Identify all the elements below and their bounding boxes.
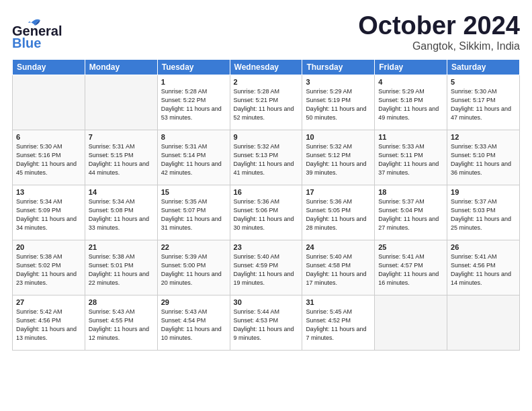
sunrise-label: Sunrise: 5:32 AM (306, 143, 352, 150)
calendar-cell: 9 Sunrise: 5:32 AM Sunset: 5:13 PM Dayli… (230, 130, 302, 185)
sunset-label: Sunset: 4:59 PM (234, 262, 279, 269)
daylight-label: Daylight: 11 hours and 10 minutes. (161, 326, 222, 341)
calendar-cell: 16 Sunrise: 5:36 AM Sunset: 5:06 PM Dayl… (230, 185, 302, 240)
sunrise-label: Sunrise: 5:36 AM (306, 198, 352, 205)
sunrise-label: Sunrise: 5:44 AM (234, 308, 280, 315)
calendar-cell: 15 Sunrise: 5:35 AM Sunset: 5:07 PM Dayl… (157, 185, 230, 240)
calendar-cell: 20 Sunrise: 5:38 AM Sunset: 5:02 PM Dayl… (13, 240, 85, 295)
daylight-label: Daylight: 11 hours and 27 minutes. (378, 216, 439, 231)
sunrise-label: Sunrise: 5:28 AM (234, 88, 280, 95)
title-block: October 2024 Gangtok, Sikkim, India (358, 12, 520, 52)
day-number: 17 (306, 188, 371, 196)
sunset-label: Sunset: 5:05 PM (306, 207, 351, 214)
cell-info: Sunrise: 5:28 AM Sunset: 5:21 PM Dayligh… (234, 87, 299, 122)
calendar-cell: 10 Sunrise: 5:32 AM Sunset: 5:12 PM Dayl… (302, 130, 375, 185)
calendar-cell: 31 Sunrise: 5:45 AM Sunset: 4:52 PM Dayl… (302, 295, 375, 350)
day-number: 28 (89, 298, 154, 306)
sunrise-label: Sunrise: 5:43 AM (161, 308, 208, 315)
calendar-cell: 7 Sunrise: 5:31 AM Sunset: 5:15 PM Dayli… (85, 130, 157, 185)
month-title: October 2024 (358, 12, 520, 40)
day-number: 18 (378, 188, 443, 196)
daylight-label: Daylight: 11 hours and 41 minutes. (234, 161, 294, 176)
sunrise-label: Sunrise: 5:35 AM (161, 198, 208, 205)
sunrise-label: Sunrise: 5:39 AM (161, 253, 208, 260)
cell-info: Sunrise: 5:32 AM Sunset: 5:12 PM Dayligh… (306, 142, 371, 177)
sunrise-label: Sunrise: 5:29 AM (378, 88, 425, 95)
calendar-cell: 1 Sunrise: 5:28 AM Sunset: 5:22 PM Dayli… (157, 75, 230, 130)
cell-info: Sunrise: 5:40 AM Sunset: 4:58 PM Dayligh… (306, 253, 371, 287)
sunset-label: Sunset: 5:07 PM (161, 207, 206, 214)
header: General Blue October 2024 Gangtok, Sikki… (12, 12, 520, 52)
cell-info: Sunrise: 5:40 AM Sunset: 4:59 PM Dayligh… (234, 253, 299, 287)
calendar-cell (447, 295, 520, 350)
sunrise-label: Sunrise: 5:38 AM (89, 253, 135, 260)
cell-info: Sunrise: 5:44 AM Sunset: 4:53 PM Dayligh… (234, 308, 299, 342)
calendar-cell: 3 Sunrise: 5:29 AM Sunset: 5:19 PM Dayli… (302, 75, 375, 130)
weekday-header-thursday: Thursday (302, 59, 375, 75)
day-number: 31 (306, 298, 371, 306)
sunset-label: Sunset: 5:15 PM (89, 152, 134, 158)
daylight-label: Daylight: 11 hours and 14 minutes. (451, 271, 511, 286)
cell-info: Sunrise: 5:31 AM Sunset: 5:14 PM Dayligh… (161, 142, 226, 177)
daylight-label: Daylight: 11 hours and 42 minutes. (161, 161, 222, 176)
daylight-label: Daylight: 11 hours and 22 minutes. (89, 271, 149, 286)
cell-info: Sunrise: 5:32 AM Sunset: 5:13 PM Dayligh… (234, 142, 299, 177)
cell-info: Sunrise: 5:33 AM Sunset: 5:10 PM Dayligh… (451, 142, 516, 177)
sunrise-label: Sunrise: 5:36 AM (234, 198, 280, 205)
cell-info: Sunrise: 5:43 AM Sunset: 4:54 PM Dayligh… (161, 308, 226, 342)
calendar-cell: 18 Sunrise: 5:37 AM Sunset: 5:04 PM Dayl… (375, 185, 447, 240)
sunrise-label: Sunrise: 5:41 AM (451, 253, 497, 260)
daylight-label: Daylight: 11 hours and 36 minutes. (451, 161, 511, 176)
sunset-label: Sunset: 5:21 PM (234, 97, 279, 103)
sunrise-label: Sunrise: 5:31 AM (89, 143, 135, 150)
calendar-table: SundayMondayTuesdayWednesdayThursdayFrid… (12, 59, 520, 351)
day-number: 21 (89, 243, 154, 251)
weekday-header-monday: Monday (85, 59, 157, 75)
daylight-label: Daylight: 11 hours and 33 minutes. (89, 216, 149, 231)
sunrise-label: Sunrise: 5:40 AM (306, 253, 352, 260)
logo: General Blue (12, 12, 47, 47)
cell-info: Sunrise: 5:42 AM Sunset: 4:56 PM Dayligh… (16, 308, 81, 342)
calendar-cell: 14 Sunrise: 5:34 AM Sunset: 5:08 PM Dayl… (85, 185, 157, 240)
day-number: 3 (306, 78, 371, 86)
logo-container: General Blue (12, 12, 47, 47)
cell-info: Sunrise: 5:28 AM Sunset: 5:22 PM Dayligh… (161, 87, 226, 122)
calendar-cell: 29 Sunrise: 5:43 AM Sunset: 4:54 PM Dayl… (157, 295, 230, 350)
sunset-label: Sunset: 4:56 PM (451, 262, 496, 269)
sunset-label: Sunset: 4:56 PM (16, 317, 61, 324)
sunset-label: Sunset: 5:22 PM (161, 97, 206, 103)
sunset-label: Sunset: 5:16 PM (16, 152, 61, 158)
cell-info: Sunrise: 5:37 AM Sunset: 5:04 PM Dayligh… (378, 197, 443, 232)
calendar-week-row: 27 Sunrise: 5:42 AM Sunset: 4:56 PM Dayl… (13, 295, 520, 350)
calendar-cell: 22 Sunrise: 5:39 AM Sunset: 5:00 PM Dayl… (157, 240, 230, 295)
daylight-label: Daylight: 11 hours and 34 minutes. (16, 216, 77, 231)
cell-info: Sunrise: 5:31 AM Sunset: 5:15 PM Dayligh… (89, 142, 154, 177)
calendar-cell: 2 Sunrise: 5:28 AM Sunset: 5:21 PM Dayli… (230, 75, 302, 130)
cell-info: Sunrise: 5:36 AM Sunset: 5:05 PM Dayligh… (306, 197, 371, 232)
calendar-cell: 27 Sunrise: 5:42 AM Sunset: 4:56 PM Dayl… (13, 295, 85, 350)
calendar-cell: 24 Sunrise: 5:40 AM Sunset: 4:58 PM Dayl… (302, 240, 375, 295)
daylight-label: Daylight: 11 hours and 25 minutes. (451, 216, 511, 231)
sunrise-label: Sunrise: 5:32 AM (234, 143, 280, 150)
sunset-label: Sunset: 5:13 PM (234, 152, 279, 158)
daylight-label: Daylight: 11 hours and 47 minutes. (451, 105, 511, 121)
daylight-label: Daylight: 11 hours and 28 minutes. (306, 216, 366, 231)
weekday-header-wednesday: Wednesday (230, 59, 302, 75)
day-number: 16 (234, 188, 299, 196)
daylight-label: Daylight: 11 hours and 50 minutes. (306, 105, 366, 121)
calendar-cell: 30 Sunrise: 5:44 AM Sunset: 4:53 PM Dayl… (230, 295, 302, 350)
day-number: 26 (451, 243, 516, 251)
sunrise-label: Sunrise: 5:34 AM (16, 198, 62, 205)
daylight-label: Daylight: 11 hours and 19 minutes. (234, 271, 294, 286)
day-number: 12 (451, 133, 516, 141)
daylight-label: Daylight: 11 hours and 9 minutes. (234, 326, 294, 341)
cell-info: Sunrise: 5:36 AM Sunset: 5:06 PM Dayligh… (234, 197, 299, 232)
daylight-label: Daylight: 11 hours and 17 minutes. (306, 271, 366, 286)
sunset-label: Sunset: 5:12 PM (306, 152, 351, 158)
cell-info: Sunrise: 5:35 AM Sunset: 5:07 PM Dayligh… (161, 197, 226, 232)
calendar-cell: 12 Sunrise: 5:33 AM Sunset: 5:10 PM Dayl… (447, 130, 520, 185)
daylight-label: Daylight: 11 hours and 20 minutes. (161, 271, 222, 286)
sunrise-label: Sunrise: 5:28 AM (161, 88, 208, 95)
calendar-cell: 4 Sunrise: 5:29 AM Sunset: 5:18 PM Dayli… (375, 75, 447, 130)
sunrise-label: Sunrise: 5:30 AM (16, 143, 62, 150)
